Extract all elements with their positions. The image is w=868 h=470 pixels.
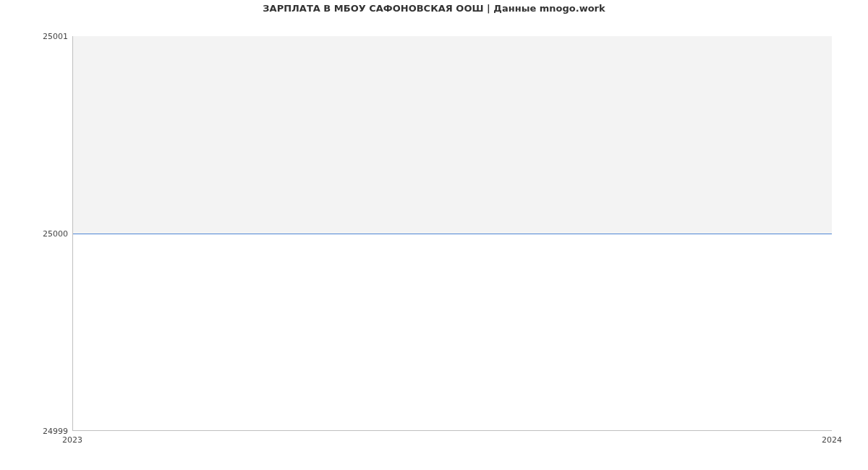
x-tick-label: 2023 <box>62 435 82 445</box>
plot-area <box>72 36 832 431</box>
plot-band <box>73 36 832 234</box>
y-tick-label: 25001 <box>32 32 68 41</box>
y-tick-text: 25000 <box>43 229 68 239</box>
y-tick-text: 25001 <box>43 32 68 41</box>
data-line <box>73 234 832 234</box>
y-tick-label: 25000 <box>32 229 68 239</box>
y-tick-label: 24999 <box>32 427 68 436</box>
chart-container: ЗАРПЛАТА В МБОУ САФОНОВСКАЯ ООШ | Данные… <box>0 0 868 470</box>
x-tick-label: 2024 <box>822 435 842 445</box>
chart-title: ЗАРПЛАТА В МБОУ САФОНОВСКАЯ ООШ | Данные… <box>0 3 868 14</box>
y-tick-text: 24999 <box>43 427 68 436</box>
